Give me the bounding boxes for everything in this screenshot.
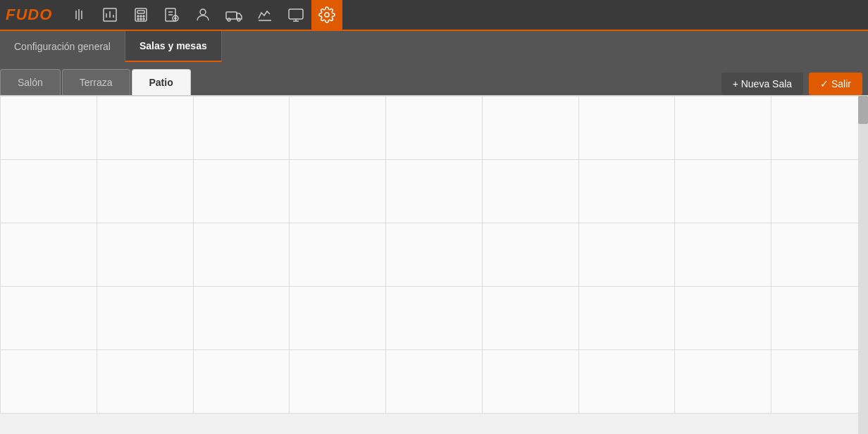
grid-cell — [1, 287, 97, 350]
users-nav-icon[interactable] — [187, 0, 218, 30]
grid-cell — [386, 223, 483, 287]
salir-button[interactable]: ✓ Salir — [809, 73, 862, 95]
grid-cell — [194, 287, 290, 350]
settings-nav-icon[interactable] — [311, 0, 342, 30]
svg-rect-8 — [137, 11, 144, 13]
svg-point-9 — [137, 16, 139, 17]
sub-navbar: Configuración general Salas y mesas — [0, 31, 868, 62]
stats-nav-icon[interactable] — [249, 0, 280, 30]
grid-cell — [386, 97, 483, 160]
grid-cell — [675, 287, 771, 350]
top-navbar: FUDO — [0, 0, 868, 31]
grid-cell — [675, 160, 771, 223]
svg-point-23 — [228, 18, 230, 21]
svg-rect-26 — [289, 9, 303, 19]
grid-cell — [386, 287, 483, 350]
grid-cell — [579, 223, 676, 287]
scrollbar-thumb[interactable] — [858, 96, 868, 124]
grid-cell — [386, 350, 483, 414]
content-area — [0, 96, 868, 434]
grid-cell — [290, 160, 386, 223]
svg-point-13 — [140, 18, 142, 20]
grid-cell — [290, 350, 386, 414]
grid-cell — [1, 223, 97, 287]
grid-cell — [194, 350, 290, 414]
grid-cell — [97, 160, 194, 223]
menu-nav-icon[interactable] — [63, 0, 94, 30]
main-content — [0, 96, 868, 414]
grid-cell — [675, 97, 771, 160]
svg-point-12 — [137, 18, 139, 20]
grid-cell — [1, 350, 97, 414]
grid-cell — [483, 97, 579, 160]
grid-cell — [579, 350, 676, 414]
table-grid — [0, 96, 868, 414]
svg-rect-22 — [226, 12, 237, 19]
grid-cell — [97, 97, 194, 160]
grid-cell — [483, 223, 579, 287]
grid-cell — [290, 97, 386, 160]
monitor-nav-icon[interactable] — [280, 0, 311, 30]
grid-cell — [771, 223, 868, 287]
tab-terraza[interactable]: Terraza — [62, 69, 130, 95]
svg-point-29 — [325, 13, 329, 17]
grid-cell — [771, 160, 868, 223]
svg-point-24 — [237, 18, 240, 21]
grid-cell — [1, 160, 97, 223]
svg-point-14 — [143, 18, 144, 20]
grid-cell — [771, 350, 868, 414]
grid-cell — [771, 97, 868, 160]
grid-cell — [386, 160, 483, 223]
calculator-nav-icon[interactable] — [125, 0, 156, 30]
grid-cell — [675, 223, 771, 287]
grid-cell — [97, 350, 194, 414]
grid-cell — [194, 160, 290, 223]
sub-nav-configuracion[interactable]: Configuración general — [0, 31, 125, 62]
scrollbar-track[interactable] — [858, 96, 868, 434]
grid-cell — [194, 97, 290, 160]
grid-cell — [579, 160, 676, 223]
svg-point-11 — [143, 16, 144, 17]
svg-point-21 — [200, 9, 206, 15]
orders-nav-icon[interactable] — [156, 0, 187, 30]
grid-cell — [483, 287, 579, 350]
delivery-nav-icon[interactable] — [218, 0, 249, 30]
grid-cell — [290, 223, 386, 287]
app-logo: FUDO — [6, 6, 52, 24]
grid-cell — [579, 97, 676, 160]
grid-cell — [483, 350, 579, 414]
svg-point-10 — [140, 16, 142, 17]
reports-nav-icon[interactable] — [94, 0, 125, 30]
nueva-sala-button[interactable]: + Nueva Sala — [721, 73, 803, 95]
grid-cell — [194, 223, 290, 287]
grid-cell — [1, 97, 97, 160]
tab-bar: Salón Terraza Patio + Nueva Sala ✓ Salir — [0, 62, 868, 96]
tab-patio[interactable]: Patio — [132, 69, 191, 95]
sub-nav-salas[interactable]: Salas y mesas — [125, 31, 222, 62]
tab-actions: + Nueva Sala ✓ Salir — [721, 73, 868, 95]
grid-cell — [579, 287, 676, 350]
grid-cell — [483, 160, 579, 223]
tab-salon[interactable]: Salón — [0, 69, 61, 95]
grid-cell — [290, 287, 386, 350]
grid-cell — [771, 287, 868, 350]
grid-cell — [97, 223, 194, 287]
grid-cell — [675, 350, 771, 414]
grid-cell — [97, 287, 194, 350]
